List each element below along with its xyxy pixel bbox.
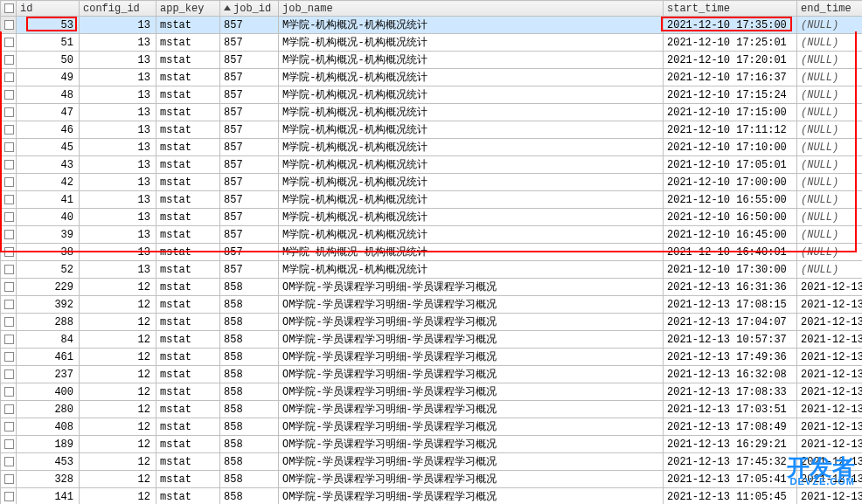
- cell-end-time[interactable]: (NULL): [797, 209, 863, 226]
- table-row[interactable]: 3913mstat857M学院-机构概况-机构概况统计2021-12-10 16…: [1, 226, 863, 244]
- cell-job-name[interactable]: OM学院-学员课程学习明细-学员课程学习概况: [279, 279, 664, 296]
- cell-app-key[interactable]: mstat: [156, 453, 220, 471]
- cell-app-key[interactable]: mstat: [156, 86, 220, 104]
- cell-config-id[interactable]: 12: [80, 279, 156, 296]
- table-row[interactable]: 8412mstat858OM学院-学员课程学习明细-学员课程学习概况2021-1…: [1, 331, 863, 349]
- cell-job-id[interactable]: 857: [220, 34, 279, 52]
- table-row[interactable]: 46112mstat858OM学院-学员课程学习明细-学员课程学习概况2021-…: [1, 349, 863, 366]
- cell-end-time[interactable]: 2021-12-13: [797, 366, 863, 383]
- table-row[interactable]: 4613mstat857M学院-机构概况-机构概况统计2021-12-10 17…: [1, 121, 863, 139]
- cell-job-name[interactable]: OM学院-学员课程学习明细-学员课程学习概况: [279, 471, 664, 488]
- cell-config-id[interactable]: 12: [80, 453, 156, 471]
- cell-start-time[interactable]: 2021-12-10 17:10:00: [664, 139, 797, 156]
- cell-config-id[interactable]: 12: [80, 349, 156, 366]
- cell-id[interactable]: 229: [17, 279, 80, 296]
- row-checkbox[interactable]: [1, 174, 17, 191]
- cell-app-key[interactable]: mstat: [156, 279, 220, 296]
- cell-id[interactable]: 48: [17, 86, 80, 104]
- table-row[interactable]: 3813mstat857M学院-机构概况-机构概况统计2021-12-10 16…: [1, 244, 863, 261]
- cell-job-name[interactable]: OM学院-学员课程学习明细-学员课程学习概况: [279, 314, 664, 331]
- cell-job-id[interactable]: 857: [220, 261, 279, 279]
- cell-start-time[interactable]: 2021-12-10 16:40:01: [664, 244, 797, 261]
- cell-end-time[interactable]: 2021-12-13: [797, 436, 863, 453]
- cell-start-time[interactable]: 2021-12-10 16:50:00: [664, 209, 797, 226]
- cell-id[interactable]: 280: [17, 401, 80, 418]
- cell-start-time[interactable]: 2021-12-13 16:32:08: [664, 366, 797, 383]
- cell-app-key[interactable]: mstat: [156, 244, 220, 261]
- cell-job-id[interactable]: 857: [220, 244, 279, 261]
- cell-start-time[interactable]: 2021-12-13 16:31:36: [664, 279, 797, 296]
- cell-job-id[interactable]: 857: [220, 104, 279, 121]
- table-row[interactable]: 4813mstat857M学院-机构概况-机构概况统计2021-12-10 17…: [1, 86, 863, 104]
- cell-start-time[interactable]: 2021-12-13 16:29:21: [664, 436, 797, 453]
- cell-id[interactable]: 189: [17, 436, 80, 453]
- cell-job-id[interactable]: 857: [220, 69, 279, 86]
- cell-start-time[interactable]: 2021-12-10 17:11:12: [664, 121, 797, 139]
- cell-app-key[interactable]: mstat: [156, 261, 220, 279]
- cell-id[interactable]: 328: [17, 471, 80, 488]
- table-row[interactable]: 5313mstat857M学院-机构概况-机构概况统计2021-12-10 17…: [1, 17, 863, 34]
- cell-job-name[interactable]: M学院-机构概况-机构概况统计: [279, 52, 664, 69]
- cell-app-key[interactable]: mstat: [156, 366, 220, 383]
- cell-job-name[interactable]: M学院-机构概况-机构概况统计: [279, 226, 664, 244]
- cell-job-id[interactable]: 858: [220, 279, 279, 296]
- cell-start-time[interactable]: 2021-12-10 16:55:00: [664, 191, 797, 209]
- cell-job-id[interactable]: 857: [220, 139, 279, 156]
- col-end-time-header[interactable]: end_time: [797, 1, 863, 17]
- cell-id[interactable]: 43: [17, 156, 80, 174]
- cell-app-key[interactable]: mstat: [156, 121, 220, 139]
- cell-job-name[interactable]: M学院-机构概况-机构概况统计: [279, 34, 664, 52]
- cell-app-key[interactable]: mstat: [156, 69, 220, 86]
- cell-job-id[interactable]: 857: [220, 52, 279, 69]
- row-checkbox[interactable]: [1, 401, 17, 418]
- cell-id[interactable]: 38: [17, 244, 80, 261]
- cell-start-time[interactable]: 2021-12-10 17:30:00: [664, 261, 797, 279]
- cell-config-id[interactable]: 12: [80, 401, 156, 418]
- cell-end-time[interactable]: 2021-12-13: [797, 331, 863, 349]
- row-checkbox[interactable]: [1, 34, 17, 52]
- cell-config-id[interactable]: 12: [80, 471, 156, 488]
- cell-start-time[interactable]: 2021-12-13 17:45:32: [664, 453, 797, 471]
- cell-config-id[interactable]: 13: [80, 174, 156, 191]
- cell-config-id[interactable]: 13: [80, 34, 156, 52]
- cell-job-name[interactable]: OM学院-学员课程学习明细-学员课程学习概况: [279, 436, 664, 453]
- cell-app-key[interactable]: mstat: [156, 191, 220, 209]
- cell-job-name[interactable]: M学院-机构概况-机构概况统计: [279, 191, 664, 209]
- cell-app-key[interactable]: mstat: [156, 383, 220, 401]
- cell-job-name[interactable]: OM学院-学员课程学习明细-学员课程学习概况: [279, 366, 664, 383]
- cell-app-key[interactable]: mstat: [156, 401, 220, 418]
- cell-job-id[interactable]: 857: [220, 17, 279, 34]
- table-row[interactable]: 4513mstat857M学院-机构概况-机构概况统计2021-12-10 17…: [1, 139, 863, 156]
- row-checkbox[interactable]: [1, 17, 17, 34]
- cell-id[interactable]: 45: [17, 139, 80, 156]
- cell-id[interactable]: 400: [17, 383, 80, 401]
- cell-config-id[interactable]: 13: [80, 52, 156, 69]
- cell-job-id[interactable]: 858: [220, 488, 279, 505]
- cell-end-time[interactable]: (NULL): [797, 69, 863, 86]
- cell-start-time[interactable]: 2021-12-10 17:35:00: [664, 17, 797, 34]
- cell-config-id[interactable]: 13: [80, 69, 156, 86]
- row-checkbox[interactable]: [1, 69, 17, 86]
- cell-job-name[interactable]: M学院-机构概况-机构概况统计: [279, 156, 664, 174]
- cell-app-key[interactable]: mstat: [156, 296, 220, 314]
- cell-job-id[interactable]: 857: [220, 226, 279, 244]
- cell-id[interactable]: 46: [17, 121, 80, 139]
- cell-job-id[interactable]: 857: [220, 156, 279, 174]
- col-app-key-header[interactable]: app_key: [156, 1, 220, 17]
- row-checkbox[interactable]: [1, 156, 17, 174]
- cell-job-id[interactable]: 858: [220, 471, 279, 488]
- cell-config-id[interactable]: 13: [80, 86, 156, 104]
- cell-config-id[interactable]: 12: [80, 418, 156, 436]
- cell-id[interactable]: 461: [17, 349, 80, 366]
- row-checkbox[interactable]: [1, 191, 17, 209]
- cell-start-time[interactable]: 2021-12-10 17:16:37: [664, 69, 797, 86]
- cell-start-time[interactable]: 2021-12-10 17:05:01: [664, 156, 797, 174]
- table-row[interactable]: 40012mstat858OM学院-学员课程学习明细-学员课程学习概况2021-…: [1, 383, 863, 401]
- table-row[interactable]: 32812mstat858OM学院-学员课程学习明细-学员课程学习概况2021-…: [1, 471, 863, 488]
- row-checkbox[interactable]: [1, 471, 17, 488]
- cell-job-id[interactable]: 858: [220, 314, 279, 331]
- cell-app-key[interactable]: mstat: [156, 471, 220, 488]
- cell-job-id[interactable]: 858: [220, 331, 279, 349]
- cell-start-time[interactable]: 2021-12-13 17:08:33: [664, 383, 797, 401]
- table-row[interactable]: 40812mstat858OM学院-学员课程学习明细-学员课程学习概况2021-…: [1, 418, 863, 436]
